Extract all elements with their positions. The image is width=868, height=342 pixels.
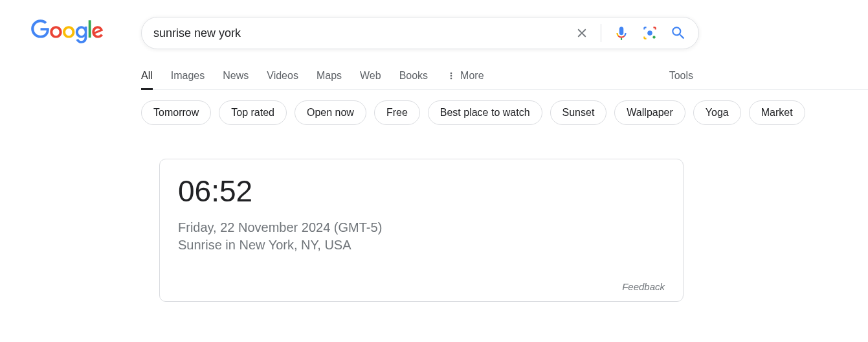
chip-wallpaper[interactable]: Wallpaper (614, 100, 685, 125)
tab-books[interactable]: Books (399, 70, 428, 89)
search-box[interactable] (141, 17, 699, 49)
tab-videos[interactable]: Videos (267, 70, 298, 89)
answer-card: 06:52 Friday, 22 November 2024 (GMT-5) S… (159, 159, 684, 302)
divider (601, 24, 601, 42)
google-logo[interactable] (31, 19, 109, 47)
chip-tomorrow[interactable]: Tomorrow (141, 100, 211, 125)
tab-all[interactable]: All (141, 70, 153, 89)
chip-free[interactable]: Free (374, 100, 420, 125)
more-icon (446, 71, 456, 81)
chip-top-rated[interactable]: Top rated (219, 100, 287, 125)
tab-images[interactable]: Images (171, 70, 205, 89)
tab-news[interactable]: News (223, 70, 249, 89)
mic-icon[interactable] (613, 25, 630, 41)
feedback-link[interactable]: Feedback (178, 281, 665, 292)
search-input[interactable] (153, 27, 575, 40)
chips-row: Tomorrow Top rated Open now Free Best pl… (141, 100, 868, 130)
sunrise-location: Sunrise in New York, NY, USA (178, 238, 665, 253)
tab-more-label: More (460, 70, 484, 82)
tab-more[interactable]: More (446, 70, 484, 89)
sunrise-time: 06:52 (178, 174, 665, 209)
svg-point-1 (652, 36, 655, 38)
tools-button[interactable]: Tools (669, 70, 693, 89)
tab-maps[interactable]: Maps (317, 70, 342, 89)
sunrise-date: Friday, 22 November 2024 (GMT-5) (178, 220, 665, 235)
chip-yoga[interactable]: Yoga (693, 100, 741, 125)
svg-point-0 (647, 30, 652, 36)
tab-web[interactable]: Web (360, 70, 381, 89)
clear-icon[interactable] (575, 26, 589, 40)
lens-icon[interactable] (641, 25, 658, 41)
search-icon[interactable] (670, 25, 687, 41)
chip-best-place[interactable]: Best place to watch (428, 100, 542, 125)
chip-sunset[interactable]: Sunset (550, 100, 607, 125)
chip-market[interactable]: Market (749, 100, 805, 125)
chip-open-now[interactable]: Open now (295, 100, 366, 125)
